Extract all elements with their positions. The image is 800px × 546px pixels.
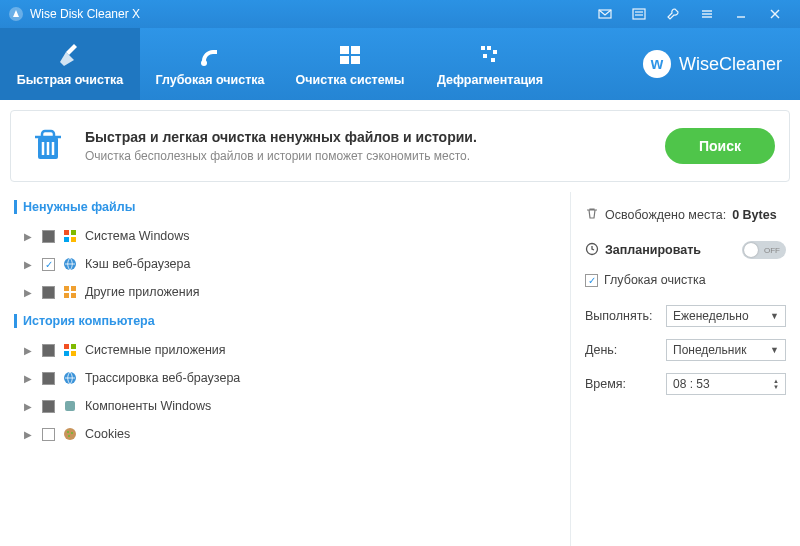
tab-deep-clean[interactable]: Глубокая очистка bbox=[140, 28, 280, 100]
schedule-toggle[interactable]: OFF bbox=[742, 241, 786, 259]
list-item[interactable]: ▶ Другие приложения bbox=[10, 278, 560, 306]
svg-point-42 bbox=[71, 432, 73, 434]
svg-rect-34 bbox=[64, 344, 69, 349]
svg-rect-32 bbox=[64, 293, 69, 298]
svg-rect-25 bbox=[64, 230, 69, 235]
search-button[interactable]: Поиск bbox=[665, 128, 775, 164]
chevron-down-icon: ▼ bbox=[770, 345, 779, 355]
app-title: Wise Disk Cleaner X bbox=[30, 7, 140, 21]
item-label: Система Windows bbox=[85, 229, 190, 243]
list-item[interactable]: ▶ Трассировка веб-браузера bbox=[10, 364, 560, 392]
checkbox[interactable] bbox=[42, 372, 55, 385]
svg-rect-20 bbox=[491, 58, 495, 62]
list-item[interactable]: ▶ Компоненты Windows bbox=[10, 392, 560, 420]
svg-rect-37 bbox=[71, 351, 76, 356]
tab-quick-clean[interactable]: Быстрая очистка bbox=[0, 28, 140, 100]
section-history: История компьютера bbox=[10, 306, 560, 336]
deep-clean-label: Глубокая очистка bbox=[604, 273, 706, 287]
svg-rect-16 bbox=[481, 46, 485, 50]
item-label: Компоненты Windows bbox=[85, 399, 211, 413]
app-icon bbox=[8, 6, 24, 22]
vacuum-icon bbox=[196, 41, 224, 69]
hero-panel: Быстрая и легкая очистка ненужных файлов… bbox=[10, 110, 790, 182]
hero-subtitle: Очистка бесполезных файлов и истории пом… bbox=[85, 149, 651, 163]
chevron-right-icon[interactable]: ▶ bbox=[24, 345, 34, 356]
checkbox[interactable] bbox=[42, 230, 55, 243]
list-item[interactable]: ▶ Система Windows bbox=[10, 222, 560, 250]
freed-space: Освобождено места: 0 Bytes bbox=[585, 202, 786, 235]
svg-rect-17 bbox=[487, 46, 491, 50]
svg-rect-39 bbox=[65, 401, 75, 411]
windows-flag-icon bbox=[63, 229, 77, 243]
schedule-title: Запланировать bbox=[585, 242, 701, 259]
svg-point-43 bbox=[68, 435, 70, 437]
svg-rect-18 bbox=[493, 50, 497, 54]
news-icon[interactable] bbox=[622, 0, 656, 28]
minimize-icon[interactable] bbox=[724, 0, 758, 28]
checkbox[interactable] bbox=[42, 286, 55, 299]
brand-logo-icon: w bbox=[643, 50, 671, 78]
list-item[interactable]: ▶ Cookies bbox=[10, 420, 560, 448]
svg-rect-14 bbox=[340, 56, 349, 64]
svg-rect-28 bbox=[71, 237, 76, 242]
menu-icon[interactable] bbox=[690, 0, 724, 28]
trash-small-icon bbox=[585, 206, 599, 223]
section-junk-files: Ненужные файлы bbox=[10, 192, 560, 222]
checkbox[interactable] bbox=[42, 400, 55, 413]
categories-panel: Ненужные файлы ▶ Система Windows ▶ Кэш в… bbox=[0, 192, 570, 546]
time-label: Время: bbox=[585, 377, 626, 391]
list-item[interactable]: ▶ Системные приложения bbox=[10, 336, 560, 364]
run-select[interactable]: Еженедельно▼ bbox=[666, 305, 786, 327]
deep-clean-option[interactable]: Глубокая очистка bbox=[585, 269, 786, 299]
globe-icon bbox=[63, 371, 77, 385]
tab-system-clean[interactable]: Очистка системы bbox=[280, 28, 420, 100]
tools-icon[interactable] bbox=[656, 0, 690, 28]
chevron-right-icon[interactable]: ▶ bbox=[24, 287, 34, 298]
day-select[interactable]: Понедельник▼ bbox=[666, 339, 786, 361]
svg-point-40 bbox=[64, 428, 76, 440]
chevron-right-icon[interactable]: ▶ bbox=[24, 259, 34, 270]
chevron-right-icon[interactable]: ▶ bbox=[24, 401, 34, 412]
chevron-right-icon[interactable]: ▶ bbox=[24, 373, 34, 384]
freed-label: Освобождено места: bbox=[605, 208, 726, 222]
chevron-down-icon: ▼ bbox=[770, 311, 779, 321]
chevron-right-icon[interactable]: ▶ bbox=[24, 231, 34, 242]
close-icon[interactable] bbox=[758, 0, 792, 28]
checkbox[interactable] bbox=[42, 428, 55, 441]
tab-label: Очистка системы bbox=[296, 73, 405, 87]
item-label: Системные приложения bbox=[85, 343, 226, 357]
component-icon bbox=[63, 399, 77, 413]
checkbox[interactable] bbox=[585, 274, 598, 287]
windows-icon bbox=[336, 41, 364, 69]
item-label: Другие приложения bbox=[85, 285, 199, 299]
time-input[interactable]: 08 : 53▲▼ bbox=[666, 373, 786, 395]
svg-rect-15 bbox=[351, 56, 360, 64]
svg-rect-2 bbox=[633, 9, 645, 19]
svg-rect-27 bbox=[64, 237, 69, 242]
day-label: День: bbox=[585, 343, 617, 357]
svg-rect-19 bbox=[483, 54, 487, 58]
checkbox[interactable] bbox=[42, 344, 55, 357]
tab-defrag[interactable]: Дефрагментация bbox=[420, 28, 560, 100]
svg-point-41 bbox=[67, 431, 69, 433]
svg-rect-13 bbox=[351, 46, 360, 54]
clock-icon bbox=[585, 242, 599, 259]
chevron-right-icon[interactable]: ▶ bbox=[24, 429, 34, 440]
item-label: Кэш веб-браузера bbox=[85, 257, 190, 271]
tab-label: Дефрагментация bbox=[437, 73, 543, 87]
checkbox[interactable] bbox=[42, 258, 55, 271]
list-item[interactable]: ▶ Кэш веб-браузера bbox=[10, 250, 560, 278]
svg-rect-12 bbox=[340, 46, 349, 54]
apps-icon bbox=[63, 285, 77, 299]
run-label: Выполнять: bbox=[585, 309, 652, 323]
svg-rect-31 bbox=[71, 286, 76, 291]
broom-icon bbox=[56, 41, 84, 69]
mail-icon[interactable] bbox=[588, 0, 622, 28]
svg-point-11 bbox=[201, 60, 207, 66]
item-label: Трассировка веб-браузера bbox=[85, 371, 240, 385]
brand: w WiseCleaner bbox=[643, 28, 800, 100]
hero-title: Быстрая и легкая очистка ненужных файлов… bbox=[85, 129, 651, 145]
svg-rect-33 bbox=[71, 293, 76, 298]
defrag-icon bbox=[476, 41, 504, 69]
spinner-icon[interactable]: ▲▼ bbox=[773, 378, 779, 390]
